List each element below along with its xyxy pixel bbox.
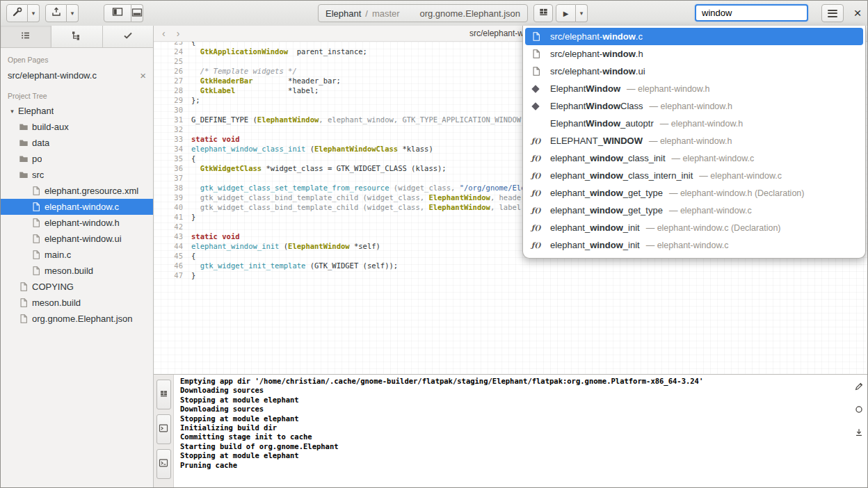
close-page-icon[interactable]: × bbox=[140, 70, 146, 81]
run-button[interactable]: ▶ bbox=[556, 4, 576, 22]
tree-item-src[interactable]: src bbox=[1, 167, 153, 183]
export-button[interactable] bbox=[45, 4, 67, 22]
result-label: ELEPHANT_WINDOW bbox=[550, 136, 643, 146]
omnibar[interactable]: Elephant / master org.gnome.Elephant.jso… bbox=[318, 4, 528, 22]
log-line: Emptying app dir '/home/christian/.cache… bbox=[180, 377, 849, 386]
result-detail: — elephant-window.h bbox=[627, 84, 710, 94]
search-result-item[interactable]: ƒ()elephant_window_class_intern_init— el… bbox=[525, 167, 863, 184]
tool-button[interactable] bbox=[6, 4, 28, 22]
file-icon bbox=[31, 218, 45, 228]
result-label: ElephantWindowClass bbox=[550, 101, 643, 111]
line-number: 39 bbox=[154, 193, 191, 202]
file-icon bbox=[31, 234, 45, 244]
line-number: 37 bbox=[154, 173, 191, 183]
result-label: elephant_window_init bbox=[550, 222, 640, 233]
line-content: GtkApplicationWindow parent_instance; bbox=[191, 47, 367, 56]
build-pipeline-button[interactable] bbox=[533, 4, 553, 22]
terminal-icon bbox=[159, 423, 168, 436]
search-result-item[interactable]: ƒ()ELEPHANT_WINDOW— elephant-window.h bbox=[525, 132, 863, 149]
toggle-bottom-panel-button[interactable] bbox=[131, 4, 143, 22]
tree-item-label: meson.build bbox=[32, 298, 81, 308]
pipeline-icon bbox=[538, 7, 549, 20]
search-result-item[interactable]: ƒ()elephant_window_get_type— elephant-wi… bbox=[525, 202, 863, 219]
tree-item-data[interactable]: data bbox=[1, 135, 153, 151]
menu-button[interactable] bbox=[821, 4, 844, 22]
tree-item-Elephant[interactable]: ▾Elephant bbox=[1, 103, 153, 119]
terminal-tab[interactable] bbox=[156, 414, 171, 444]
run-dropdown-button[interactable]: ▾ bbox=[576, 4, 588, 22]
bottom-panel-tabs bbox=[154, 375, 174, 487]
code-line[interactable]: 46 gtk_widget_init_template (GTK_WIDGET … bbox=[154, 261, 867, 270]
search-result-item[interactable]: src/elephant-window.ui bbox=[525, 63, 863, 80]
search-result-item[interactable]: src/elephant-window.c bbox=[525, 28, 863, 45]
nav-buttons: ‹ › bbox=[162, 26, 179, 41]
tree-item-elephant.gresource.xml[interactable]: elephant.gresource.xml bbox=[1, 183, 153, 199]
result-label: elephant_window_class_init bbox=[550, 153, 666, 163]
log-line: Starting build of org.gnome.Elephant bbox=[180, 442, 849, 451]
line-content: gtk_widget_init_template (GTK_WIDGET (se… bbox=[191, 261, 398, 270]
toggle-left-panel-button[interactable] bbox=[104, 4, 131, 22]
search-result-item[interactable]: src/elephant-window.h bbox=[525, 45, 863, 63]
tree-item-elephant-window.h[interactable]: elephant-window.h bbox=[1, 215, 153, 231]
search-input[interactable] bbox=[695, 4, 808, 22]
search-result-item[interactable]: ƒ()elephant_window_get_type— elephant-wi… bbox=[525, 184, 863, 202]
sidebar-tab-tree[interactable] bbox=[51, 26, 102, 47]
pen-icon[interactable] bbox=[854, 382, 864, 394]
line-number: 27 bbox=[154, 76, 191, 86]
window-close-button[interactable]: × bbox=[848, 3, 867, 22]
line-number: 28 bbox=[154, 86, 191, 95]
tree-item-meson.build[interactable]: meson.build bbox=[1, 295, 153, 311]
project-tree-heading: Project Tree bbox=[1, 84, 153, 103]
tree-item-label: Elephant bbox=[18, 106, 54, 116]
line-number: 44 bbox=[154, 241, 191, 251]
tree-item-elephant-window.ui[interactable]: elephant-window.ui bbox=[1, 231, 153, 247]
log-line: Initializing build dir bbox=[180, 423, 849, 432]
log-line: Stopping at module elephant bbox=[180, 414, 849, 423]
search-result-item[interactable]: ElephantWindow_autoptr— elephant-window.… bbox=[525, 115, 863, 132]
tool-dropdown-button[interactable]: ▾ bbox=[28, 4, 40, 22]
search-result-item[interactable]: ElephantWindowClass— elephant-window.h bbox=[525, 97, 863, 115]
tree-item-org.gnome.Elephant.json[interactable]: org.gnome.Elephant.json bbox=[1, 311, 153, 327]
breadcrumb-branch: master bbox=[372, 8, 400, 19]
runtime-terminal-tab[interactable] bbox=[156, 449, 171, 479]
line-content: static void bbox=[191, 134, 240, 144]
tree-item-main.c[interactable]: main.c bbox=[1, 247, 153, 263]
tree-icon bbox=[71, 30, 82, 44]
tree-item-meson.build[interactable]: meson.build bbox=[1, 263, 153, 279]
download-icon[interactable] bbox=[854, 428, 864, 440]
open-pages-heading: Open Pages bbox=[1, 48, 153, 67]
forward-icon[interactable]: › bbox=[177, 28, 180, 39]
line-number: 30 bbox=[154, 105, 191, 115]
tree-item-label: main.c bbox=[45, 250, 71, 260]
back-icon[interactable]: ‹ bbox=[162, 28, 166, 39]
expander-icon[interactable]: ▾ bbox=[6, 108, 18, 115]
search-result-item[interactable]: ƒ()elephant_window_init— elephant-window… bbox=[525, 236, 863, 254]
tree-item-po[interactable]: po bbox=[1, 151, 153, 167]
open-page-item[interactable]: src/elephant-window.c × bbox=[1, 67, 153, 84]
file-icon bbox=[531, 31, 550, 42]
record-circle-icon[interactable] bbox=[854, 405, 864, 417]
line-content: elephant_window_init (ElephantWindow *se… bbox=[191, 241, 380, 251]
search-result-item[interactable]: ElephantWindow— elephant-window.h bbox=[525, 80, 863, 97]
search-result-item[interactable]: ƒ()elephant_window_class_init— elephant-… bbox=[525, 149, 863, 167]
search-result-item[interactable]: ƒ()elephant_window_init— elephant-window… bbox=[525, 219, 863, 236]
tree-item-build-aux[interactable]: build-aux bbox=[1, 119, 153, 135]
wrench-icon bbox=[12, 6, 23, 20]
tree-item-label: meson.build bbox=[45, 266, 93, 276]
code-line[interactable]: 47} bbox=[154, 270, 867, 280]
tree-item-COPYING[interactable]: COPYING bbox=[1, 279, 153, 295]
result-label: ElephantWindow_autoptr bbox=[550, 118, 654, 129]
line-content: gtk_widget_class_bind_template_child (wi… bbox=[191, 193, 525, 202]
line-content: gtk_widget_class_bind_template_child (wi… bbox=[191, 202, 525, 212]
sidebar: Open Pages src/elephant-window.c × Proje… bbox=[1, 26, 154, 487]
sidebar-tab-pages[interactable] bbox=[1, 26, 51, 47]
sidebar-tab-checks[interactable] bbox=[103, 26, 153, 47]
log-line: Pruning cache bbox=[180, 461, 849, 470]
search-results-popup: src/elephant-window.csrc/elephant-window… bbox=[522, 26, 866, 259]
tree-item-elephant-window.c[interactable]: elephant-window.c bbox=[1, 199, 153, 215]
build-log[interactable]: Emptying app dir '/home/christian/.cache… bbox=[174, 375, 867, 487]
build-output-tab[interactable] bbox=[156, 380, 171, 409]
log-tools bbox=[854, 382, 864, 440]
breadcrumb-project: Elephant bbox=[326, 8, 361, 19]
export-dropdown-button[interactable]: ▾ bbox=[67, 4, 79, 22]
